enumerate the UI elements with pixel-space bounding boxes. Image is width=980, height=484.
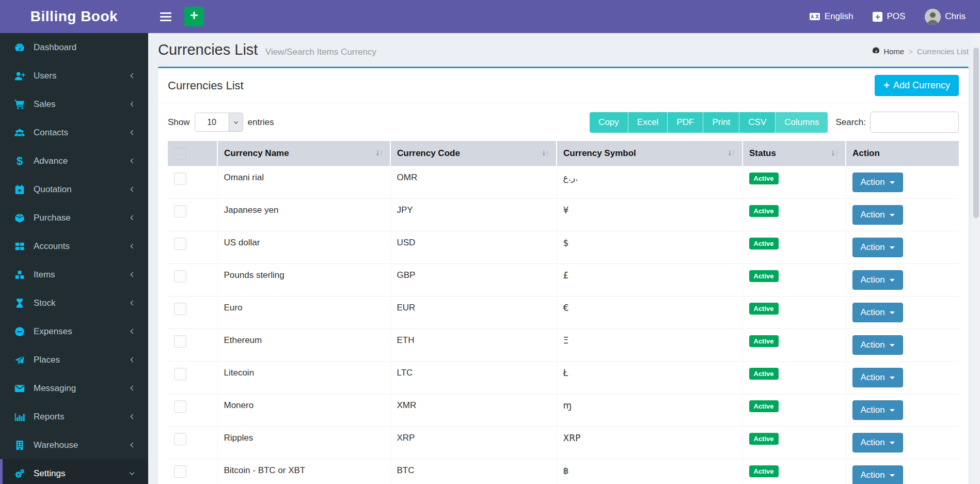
gears-icon xyxy=(12,468,27,479)
sidebar-item-warehouse[interactable]: Warehouse xyxy=(0,431,148,459)
row-checkbox[interactable] xyxy=(174,205,186,217)
row-checkbox[interactable] xyxy=(174,368,186,380)
action-dropdown-button[interactable]: Action xyxy=(852,173,903,192)
action-header: Action xyxy=(846,141,959,166)
action-dropdown-button[interactable]: Action xyxy=(852,238,903,257)
sidebar-item-reports[interactable]: Reports xyxy=(0,402,148,431)
sidebar-toggle-button[interactable] xyxy=(153,0,178,33)
sidebar-item-users[interactable]: Users xyxy=(0,61,148,90)
status-badge: Active xyxy=(749,335,779,347)
pos-button[interactable]: + POS xyxy=(873,11,905,22)
sidebar-item-expenses[interactable]: Expenses xyxy=(0,317,148,346)
action-dropdown-button[interactable]: Action xyxy=(852,433,903,452)
chevron-left-icon xyxy=(128,214,136,222)
table-row: Ethereum ETH Ξ Active Action xyxy=(168,329,959,362)
sort-currency-symbol[interactable]: Currency Symbol xyxy=(557,141,742,166)
sidebar-item-label: Places xyxy=(34,355,60,365)
sort-icon xyxy=(728,149,736,158)
sidebar-item-contacts[interactable]: Contacts xyxy=(0,118,148,147)
hourglass-icon xyxy=(12,298,27,309)
currency-code-cell: GBP xyxy=(390,264,557,296)
scrollbar[interactable] xyxy=(972,33,980,484)
row-checkbox[interactable] xyxy=(174,303,186,315)
breadcrumb: Home > Currencies List xyxy=(872,46,969,58)
select-all-checkbox[interactable] xyxy=(174,147,186,160)
chevron-left-icon xyxy=(128,413,136,420)
sidebar-item-places[interactable]: Places xyxy=(0,346,148,374)
sidebar-item-accounts[interactable]: Accounts xyxy=(0,232,148,260)
cubes-icon xyxy=(12,269,27,280)
sidebar-item-items[interactable]: Items xyxy=(0,260,148,289)
excel-button[interactable]: Excel xyxy=(628,112,668,133)
chevron-down-icon xyxy=(229,113,243,131)
sidebar-item-dashboard[interactable]: Dashboard xyxy=(0,33,148,61)
row-checkbox[interactable] xyxy=(174,335,186,348)
table-row: Litecoin LTC Ł Active Action xyxy=(168,362,959,394)
quick-add-button[interactable]: + xyxy=(184,7,204,26)
currency-symbol-cell: Ł xyxy=(557,362,742,394)
row-checkbox[interactable] xyxy=(174,400,186,413)
shopping-cart-icon xyxy=(12,99,27,110)
action-dropdown-button[interactable]: Action xyxy=(852,205,903,225)
caret-down-icon xyxy=(890,377,895,379)
add-currency-button[interactable]: + Add Currency xyxy=(875,75,959,96)
row-checkbox[interactable] xyxy=(174,465,186,478)
sidebar-item-label: Expenses xyxy=(34,326,72,337)
language-menu[interactable]: English xyxy=(809,11,853,22)
currency-symbol-cell: Ξ xyxy=(557,329,742,362)
row-checkbox[interactable] xyxy=(174,433,186,445)
breadcrumb-separator: > xyxy=(908,47,913,56)
action-dropdown-button[interactable]: Action xyxy=(852,335,903,355)
scrollbar-thumb[interactable] xyxy=(973,48,979,218)
sidebar-item-settings[interactable]: Settings xyxy=(0,459,148,484)
caret-down-icon xyxy=(890,409,895,412)
sort-status[interactable]: Status xyxy=(742,141,846,166)
table-row: Monero XMR ɱ Active Action xyxy=(168,394,959,427)
copy-button[interactable]: Copy xyxy=(590,112,628,133)
sidebar-item-label: Warehouse xyxy=(34,440,78,450)
language-label: English xyxy=(825,11,853,22)
bar-chart-icon xyxy=(12,411,27,423)
breadcrumb-home-link[interactable]: Home xyxy=(872,46,904,56)
currency-symbol-cell: £ xyxy=(557,264,742,296)
columns-button[interactable]: Columns xyxy=(776,112,828,133)
currency-code-cell: USD xyxy=(390,231,557,264)
sidebar-item-label: Purchase xyxy=(34,213,71,223)
csv-button[interactable]: CSV xyxy=(739,112,776,133)
action-dropdown-button[interactable]: Action xyxy=(852,465,903,484)
action-dropdown-button[interactable]: Action xyxy=(852,368,903,387)
sort-icon xyxy=(375,149,384,158)
row-checkbox[interactable] xyxy=(174,173,186,185)
sort-currency-name[interactable]: Currency Name xyxy=(217,141,390,166)
sidebar-item-sales[interactable]: Sales xyxy=(0,90,148,118)
sidebar-item-stock[interactable]: Stock xyxy=(0,289,148,317)
caret-down-icon xyxy=(890,246,895,249)
table-row: Euro EUR € Active Action xyxy=(168,296,959,329)
currency-name-cell: Pounds sterling xyxy=(217,264,390,296)
chevron-left-icon xyxy=(128,100,136,108)
table-row: Bitcoin - BTC or XBT BTC ฿ Active Action xyxy=(168,459,959,484)
app-logo[interactable]: Billing Book xyxy=(0,0,148,33)
show-label: Show xyxy=(168,117,190,128)
sidebar-item-advance[interactable]: $ Advance xyxy=(0,147,148,175)
table-row: Japanese yen JPY ¥ Active Action xyxy=(168,199,959,231)
building-icon xyxy=(12,440,27,451)
action-dropdown-button[interactable]: Action xyxy=(852,270,903,290)
page-size-select[interactable]: 10 xyxy=(195,113,243,132)
plus-icon: + xyxy=(190,9,198,23)
row-checkbox[interactable] xyxy=(174,270,186,283)
user-menu[interactable]: Chris xyxy=(925,9,966,25)
sidebar-item-messaging[interactable]: Messaging xyxy=(0,374,148,402)
row-checkbox[interactable] xyxy=(174,238,186,250)
sort-currency-code[interactable]: Currency Code xyxy=(390,141,557,166)
pdf-button[interactable]: PDF xyxy=(668,112,703,133)
status-badge: Active xyxy=(749,465,779,477)
action-dropdown-button[interactable]: Action xyxy=(852,303,903,322)
sidebar-item-quotation[interactable]: Quotation xyxy=(0,175,148,204)
action-dropdown-button[interactable]: Action xyxy=(852,400,903,420)
chevron-left-icon xyxy=(128,441,136,449)
chevron-left-icon xyxy=(128,72,136,80)
sidebar-item-purchase[interactable]: Purchase xyxy=(0,204,148,232)
print-button[interactable]: Print xyxy=(703,112,739,133)
search-input[interactable] xyxy=(870,112,959,133)
